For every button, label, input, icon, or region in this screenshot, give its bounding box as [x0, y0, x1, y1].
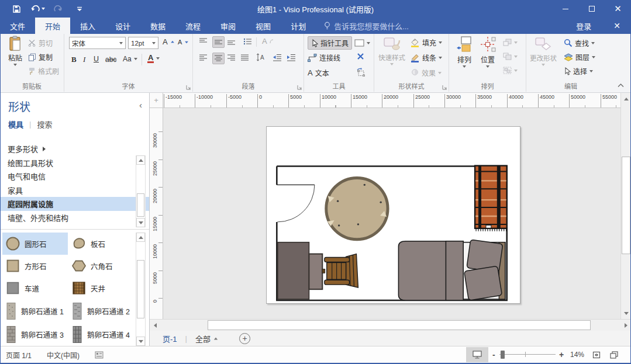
shape-scroll-down[interactable] [136, 337, 145, 346]
cut-button-disabled[interactable]: 剪切 [28, 38, 53, 48]
stencil-list-scrollbar[interactable] [136, 155, 146, 227]
justify-button[interactable] [240, 54, 249, 62]
shape-item-patio[interactable]: 天井 [68, 277, 134, 299]
copy-button[interactable]: 复制 [28, 52, 53, 62]
drawing-page[interactable] [266, 126, 520, 304]
quick-styles-button-disabled[interactable]: 快速样式 [377, 36, 407, 65]
stencil-scroll-down[interactable] [136, 218, 145, 227]
ribbon-close-icon[interactable]: ✕ [603, 21, 631, 30]
position-button[interactable]: 位置 [477, 36, 498, 68]
stencil-item-garden-selected[interactable]: 庭园附属设施 [0, 197, 149, 211]
horizontal-scroll-thumb[interactable] [208, 320, 591, 330]
font-color-button[interactable]: A [147, 54, 160, 63]
zoom-slider-track[interactable] [499, 354, 556, 355]
shrink-font-button[interactable]: A [178, 39, 189, 46]
increase-indent-button[interactable] [287, 54, 296, 61]
customize-qat-button[interactable] [69, 0, 90, 18]
shape-item-cobblestone-1[interactable]: 鹅卵石通道 1 [2, 299, 68, 323]
drawing-viewport[interactable] [163, 108, 620, 319]
scroll-right-button[interactable] [620, 320, 631, 331]
save-button[interactable] [6, 0, 27, 18]
zoom-level[interactable]: 14% [570, 351, 584, 359]
line-button[interactable]: 线条 [411, 53, 442, 63]
align-right-button[interactable] [227, 54, 236, 62]
presentation-mode-button[interactable] [466, 347, 488, 362]
bring-forward-button-disabled[interactable] [503, 39, 518, 46]
horizontal-scrollbar[interactable] [150, 319, 631, 331]
stencil-item-walls[interactable]: 墙壁、外壳和结构 [0, 211, 149, 225]
line-spacing-button[interactable]: A [256, 53, 266, 62]
bold-button[interactable]: B [71, 55, 77, 64]
align-center-button[interactable] [212, 53, 225, 64]
tab-insert[interactable]: 插入 [70, 18, 105, 34]
desk[interactable] [278, 242, 322, 299]
shape-tools-dropdown[interactable] [354, 36, 370, 50]
arrange-button[interactable]: 排列 [454, 36, 475, 68]
language-status[interactable]: 中文(中国) [47, 350, 80, 360]
bed[interactable] [398, 240, 505, 300]
minimize-button[interactable] [552, 0, 578, 18]
collapse-panel-icon[interactable]: ‹ [139, 100, 142, 110]
align-bottom-button[interactable] [227, 37, 236, 46]
round-stone-table[interactable] [326, 178, 388, 239]
stencil-scroll-up[interactable] [136, 155, 145, 165]
send-backward-button-disabled[interactable] [503, 53, 518, 60]
font-family-select[interactable]: 宋体 [69, 37, 126, 49]
shape-item-driveway[interactable]: 车道 [2, 277, 68, 299]
scroll-down-button[interactable] [621, 307, 631, 319]
zoom-out-button[interactable]: - [492, 350, 495, 359]
stencil-scroll-thumb[interactable] [137, 193, 144, 217]
door[interactable] [277, 185, 315, 222]
free-transform-tool-button[interactable] [356, 67, 366, 77]
find-button[interactable]: 查找 [564, 38, 595, 48]
tab-search[interactable]: 搜索 [37, 119, 52, 130]
align-left-button[interactable] [199, 54, 208, 62]
italic-button[interactable]: I [83, 55, 85, 64]
shape-item-round-stone-selected[interactable]: 圆形石 [2, 233, 68, 255]
text-tool-button[interactable]: A 文本 [308, 68, 329, 78]
tab-review[interactable]: 审阅 [211, 18, 246, 34]
tab-process[interactable]: 流程 [175, 18, 211, 34]
group-shapes-button-disabled[interactable] [503, 67, 518, 74]
shape-item-cobblestone-2[interactable]: 鹅卵石通道 2 [68, 299, 134, 323]
text-block-button-disabled[interactable]: A [262, 37, 274, 46]
vertical-scroll-thumb[interactable] [622, 157, 630, 254]
stencil-item-electrical[interactable]: 电气和电信 [0, 169, 149, 183]
scroll-left-button[interactable] [150, 320, 160, 331]
zoom-in-button[interactable]: + [559, 350, 564, 359]
connector-tool-button[interactable]: 连接线 [308, 53, 340, 63]
horizontal-ruler[interactable]: -15000 -10000 -5000 0 5000 10000 15000 2… [163, 93, 620, 108]
connection-point-tool-button[interactable] [357, 53, 364, 60]
font-size-select[interactable]: 12pt [128, 37, 158, 49]
paste-button[interactable]: 粘贴 [4, 36, 27, 66]
tab-file[interactable]: 文件 [0, 18, 35, 34]
macro-status-icon[interactable] [95, 351, 104, 359]
change-case-button[interactable]: Aa [123, 55, 137, 63]
strikethrough-button[interactable]: abc [105, 56, 116, 64]
vertical-scrollbar[interactable] [620, 93, 631, 319]
blanket-fold[interactable] [446, 241, 463, 300]
stencil-item-drawing-tools[interactable]: 绘图工具形状 [0, 156, 149, 170]
select-button[interactable]: 选择 [564, 66, 593, 76]
change-shape-button-disabled[interactable]: 更改形状 [526, 36, 560, 66]
pillow[interactable] [464, 266, 502, 300]
tab-design[interactable]: 设计 [105, 18, 140, 34]
decrease-indent-button[interactable] [273, 54, 282, 61]
shape-grid-scrollbar[interactable] [136, 233, 146, 346]
zoom-slider-thumb[interactable] [501, 351, 505, 359]
tab-view[interactable]: 视图 [246, 18, 281, 34]
stencil-item-furniture[interactable]: 家具 [0, 183, 149, 197]
add-page-button[interactable]: + [239, 333, 250, 344]
bullets-button[interactable] [243, 37, 252, 46]
tell-me-box[interactable]: 告诉我您想要做什么... [324, 18, 409, 34]
shape-item-cobblestone-4[interactable]: 鹅卵石通道 4 [68, 323, 134, 346]
align-top-button[interactable] [199, 37, 208, 46]
redo-button-disabled[interactable] [48, 0, 69, 18]
pointer-tool-button[interactable]: 指针工具 [308, 36, 352, 50]
grow-font-button[interactable]: A [163, 37, 175, 46]
layers-button[interactable]: 图层 [564, 52, 595, 62]
tab-data[interactable]: 数据 [140, 18, 175, 34]
tab-plan[interactable]: 计划 [281, 18, 316, 34]
underline-button[interactable]: U [94, 55, 99, 63]
shape-scroll-up[interactable] [136, 233, 145, 242]
